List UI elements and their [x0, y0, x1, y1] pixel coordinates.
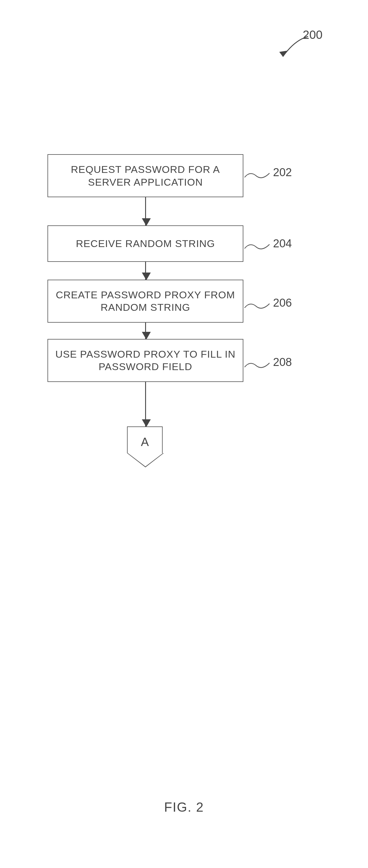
connector-label: A — [127, 427, 163, 453]
svg-marker-0 — [279, 51, 287, 57]
step-box-208: USE PASSWORD PROXY TO FILL IN PASSWORD F… — [48, 339, 243, 382]
step-box-202: REQUEST PASSWORD FOR A SERVER APPLICATIO… — [48, 154, 243, 197]
arrow-down — [48, 262, 243, 280]
step-text: REQUEST PASSWORD FOR A SERVER APPLICATIO… — [71, 164, 220, 188]
callout-squiggle-icon — [244, 169, 271, 181]
flowchart: REQUEST PASSWORD FOR A SERVER APPLICATIO… — [48, 154, 273, 467]
step-reference-204: 204 — [273, 237, 292, 250]
step-reference-206: 206 — [273, 297, 292, 309]
step-text: CREATE PASSWORD PROXY FROM RANDOM STRING — [56, 289, 235, 313]
connector-point-icon — [127, 453, 164, 467]
arrow-down — [48, 382, 243, 427]
step-box-206: CREATE PASSWORD PROXY FROM RANDOM STRING — [48, 280, 243, 323]
arrow-down — [48, 197, 243, 225]
step-text: USE PASSWORD PROXY TO FILL IN PASSWORD F… — [55, 348, 235, 372]
step-text: RECEIVE RANDOM STRING — [76, 238, 215, 249]
page: 200 REQUEST PASSWORD FOR A SERVER APPLIC… — [0, 0, 368, 868]
arrow-down — [48, 323, 243, 339]
step-reference-202: 202 — [273, 166, 292, 179]
step-reference-208: 208 — [273, 356, 292, 369]
figure-reference-number: 200 — [303, 28, 322, 41]
callout-squiggle-icon — [244, 240, 271, 252]
step-box-204: RECEIVE RANDOM STRING — [48, 225, 243, 262]
figure-caption: FIG. 2 — [0, 800, 368, 815]
callout-squiggle-icon — [244, 359, 271, 371]
callout-squiggle-icon — [244, 300, 271, 311]
offpage-connector: A — [48, 427, 243, 467]
